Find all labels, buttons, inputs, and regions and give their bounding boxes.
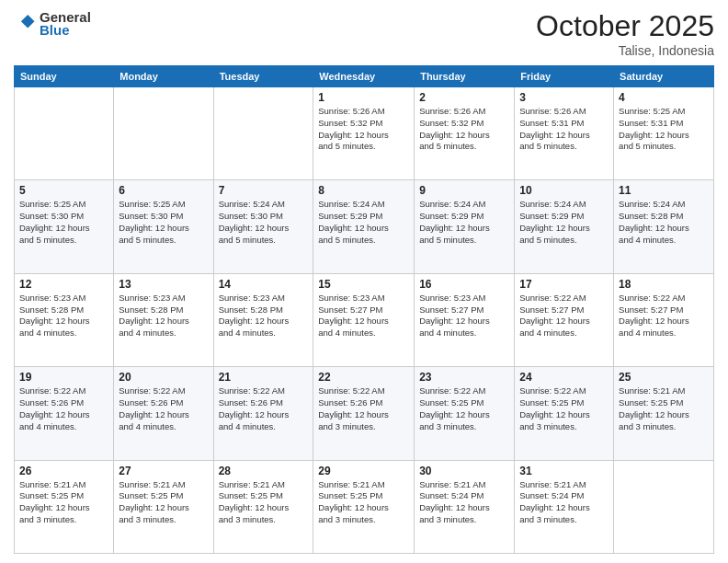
day-number: 23 [419, 371, 509, 384]
calendar-table: Sunday Monday Tuesday Wednesday Thursday… [14, 65, 714, 554]
day-number: 3 [519, 91, 609, 104]
calendar-cell [614, 460, 714, 553]
day-info: Sunrise: 5:25 AMSunset: 5:30 PMDaylight:… [19, 199, 108, 246]
day-number: 7 [219, 184, 309, 197]
day-number: 22 [318, 371, 409, 384]
day-info: Sunrise: 5:23 AMSunset: 5:28 PMDaylight:… [219, 293, 309, 339]
col-sunday: Sunday [15, 66, 114, 87]
col-saturday: Saturday [614, 66, 714, 87]
day-number: 1 [318, 91, 409, 104]
day-info: Sunrise: 5:21 AMSunset: 5:25 PMDaylight:… [119, 479, 208, 526]
day-info: Sunrise: 5:25 AMSunset: 5:31 PMDaylight:… [619, 106, 709, 153]
day-number: 21 [219, 371, 309, 384]
location: Talise, Indonesia [536, 43, 714, 58]
calendar-cell: 5Sunrise: 5:25 AMSunset: 5:30 PMDaylight… [15, 180, 114, 273]
day-info: Sunrise: 5:25 AMSunset: 5:30 PMDaylight:… [119, 199, 208, 246]
day-number: 29 [318, 465, 409, 477]
page: General Blue October 2025 Talise, Indone… [0, 0, 728, 563]
day-number: 28 [219, 465, 309, 477]
calendar-cell: 7Sunrise: 5:24 AMSunset: 5:30 PMDaylight… [213, 180, 313, 273]
calendar-cell: 14Sunrise: 5:23 AMSunset: 5:28 PMDayligh… [213, 273, 313, 366]
day-number: 20 [119, 371, 208, 384]
calendar-cell: 15Sunrise: 5:23 AMSunset: 5:27 PMDayligh… [313, 273, 415, 366]
calendar-cell: 29Sunrise: 5:21 AMSunset: 5:25 PMDayligh… [313, 460, 415, 553]
calendar-cell: 27Sunrise: 5:21 AMSunset: 5:25 PMDayligh… [114, 460, 213, 553]
day-info: Sunrise: 5:23 AMSunset: 5:28 PMDaylight:… [119, 293, 208, 339]
calendar-cell: 25Sunrise: 5:21 AMSunset: 5:25 PMDayligh… [614, 367, 714, 460]
day-info: Sunrise: 5:22 AMSunset: 5:26 PMDaylight:… [19, 385, 108, 432]
day-number: 25 [619, 371, 709, 384]
calendar-body: 1Sunrise: 5:26 AMSunset: 5:32 PMDaylight… [15, 87, 714, 554]
week-row-4: 19Sunrise: 5:22 AMSunset: 5:26 PMDayligh… [15, 367, 714, 460]
col-monday: Monday [114, 66, 213, 87]
day-number: 18 [619, 278, 709, 291]
col-thursday: Thursday [415, 66, 515, 87]
day-number: 17 [519, 278, 609, 291]
day-info: Sunrise: 5:24 AMSunset: 5:30 PMDaylight:… [219, 199, 309, 246]
day-number: 24 [519, 371, 609, 384]
calendar-cell: 22Sunrise: 5:22 AMSunset: 5:26 PMDayligh… [313, 367, 415, 460]
day-number: 11 [619, 184, 709, 197]
day-info: Sunrise: 5:21 AMSunset: 5:24 PMDaylight:… [419, 479, 509, 526]
calendar-cell: 24Sunrise: 5:22 AMSunset: 5:25 PMDayligh… [515, 367, 614, 460]
day-info: Sunrise: 5:26 AMSunset: 5:31 PMDaylight:… [519, 106, 609, 153]
calendar-cell: 2Sunrise: 5:26 AMSunset: 5:32 PMDaylight… [415, 87, 515, 180]
day-number: 27 [119, 465, 208, 477]
day-info: Sunrise: 5:21 AMSunset: 5:24 PMDaylight:… [519, 479, 609, 526]
calendar-cell: 26Sunrise: 5:21 AMSunset: 5:25 PMDayligh… [15, 460, 114, 553]
day-info: Sunrise: 5:22 AMSunset: 5:25 PMDaylight:… [519, 385, 609, 432]
svg-marker-0 [21, 14, 35, 28]
day-info: Sunrise: 5:23 AMSunset: 5:27 PMDaylight:… [419, 293, 509, 339]
day-number: 13 [119, 278, 208, 291]
day-number: 9 [419, 184, 509, 197]
col-tuesday: Tuesday [213, 66, 313, 87]
header: General Blue October 2025 Talise, Indone… [14, 9, 714, 58]
calendar-cell: 12Sunrise: 5:23 AMSunset: 5:28 PMDayligh… [15, 273, 114, 366]
day-info: Sunrise: 5:22 AMSunset: 5:26 PMDaylight:… [219, 385, 309, 432]
day-number: 10 [519, 184, 609, 197]
month-title: October 2025 [536, 9, 714, 43]
calendar-cell: 20Sunrise: 5:22 AMSunset: 5:26 PMDayligh… [114, 367, 213, 460]
week-row-2: 5Sunrise: 5:25 AMSunset: 5:30 PMDaylight… [15, 180, 714, 273]
week-row-5: 26Sunrise: 5:21 AMSunset: 5:25 PMDayligh… [15, 460, 714, 553]
calendar-cell: 4Sunrise: 5:25 AMSunset: 5:31 PMDaylight… [614, 87, 714, 180]
calendar-cell: 8Sunrise: 5:24 AMSunset: 5:29 PMDaylight… [313, 180, 415, 273]
day-number: 31 [519, 465, 609, 477]
day-info: Sunrise: 5:22 AMSunset: 5:27 PMDaylight:… [619, 293, 709, 339]
day-info: Sunrise: 5:21 AMSunset: 5:25 PMDaylight:… [318, 479, 409, 526]
col-friday: Friday [515, 66, 614, 87]
week-row-3: 12Sunrise: 5:23 AMSunset: 5:28 PMDayligh… [15, 273, 714, 366]
day-info: Sunrise: 5:21 AMSunset: 5:25 PMDaylight:… [19, 479, 108, 526]
day-info: Sunrise: 5:26 AMSunset: 5:32 PMDaylight:… [318, 106, 409, 153]
calendar-cell: 18Sunrise: 5:22 AMSunset: 5:27 PMDayligh… [614, 273, 714, 366]
calendar-cell: 13Sunrise: 5:23 AMSunset: 5:28 PMDayligh… [114, 273, 213, 366]
calendar-cell: 19Sunrise: 5:22 AMSunset: 5:26 PMDayligh… [15, 367, 114, 460]
day-number: 4 [619, 91, 709, 104]
day-info: Sunrise: 5:22 AMSunset: 5:25 PMDaylight:… [419, 385, 509, 432]
day-number: 26 [19, 465, 108, 477]
calendar-cell [213, 87, 313, 180]
title-block: October 2025 Talise, Indonesia [536, 9, 714, 58]
day-number: 15 [318, 278, 409, 291]
day-info: Sunrise: 5:22 AMSunset: 5:26 PMDaylight:… [318, 385, 409, 432]
day-number: 16 [419, 278, 509, 291]
calendar-cell: 10Sunrise: 5:24 AMSunset: 5:29 PMDayligh… [515, 180, 614, 273]
calendar-cell: 16Sunrise: 5:23 AMSunset: 5:27 PMDayligh… [415, 273, 515, 366]
day-info: Sunrise: 5:24 AMSunset: 5:29 PMDaylight:… [318, 199, 409, 246]
day-info: Sunrise: 5:24 AMSunset: 5:28 PMDaylight:… [619, 199, 709, 246]
day-info: Sunrise: 5:26 AMSunset: 5:32 PMDaylight:… [419, 106, 509, 153]
day-info: Sunrise: 5:24 AMSunset: 5:29 PMDaylight:… [419, 199, 509, 246]
week-row-1: 1Sunrise: 5:26 AMSunset: 5:32 PMDaylight… [15, 87, 714, 180]
calendar-cell: 1Sunrise: 5:26 AMSunset: 5:32 PMDaylight… [313, 87, 415, 180]
day-info: Sunrise: 5:22 AMSunset: 5:26 PMDaylight:… [119, 385, 208, 432]
calendar-header: Sunday Monday Tuesday Wednesday Thursday… [15, 66, 714, 87]
calendar-cell: 31Sunrise: 5:21 AMSunset: 5:24 PMDayligh… [515, 460, 614, 553]
calendar-cell: 21Sunrise: 5:22 AMSunset: 5:26 PMDayligh… [213, 367, 313, 460]
day-info: Sunrise: 5:21 AMSunset: 5:25 PMDaylight:… [219, 479, 309, 526]
day-number: 12 [19, 278, 108, 291]
calendar-cell: 28Sunrise: 5:21 AMSunset: 5:25 PMDayligh… [213, 460, 313, 553]
day-info: Sunrise: 5:23 AMSunset: 5:28 PMDaylight:… [19, 293, 108, 339]
day-info: Sunrise: 5:23 AMSunset: 5:27 PMDaylight:… [318, 293, 409, 339]
calendar-cell: 30Sunrise: 5:21 AMSunset: 5:24 PMDayligh… [415, 460, 515, 553]
calendar-cell: 3Sunrise: 5:26 AMSunset: 5:31 PMDaylight… [515, 87, 614, 180]
